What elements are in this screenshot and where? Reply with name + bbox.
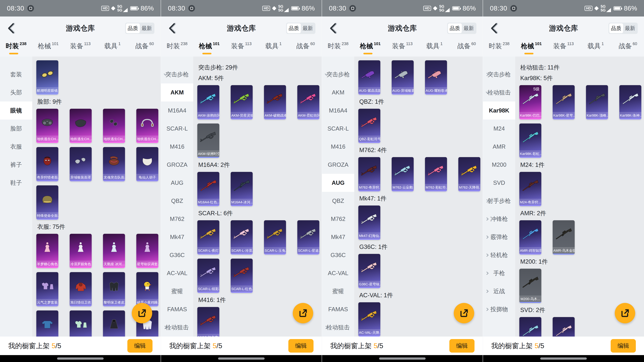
sidebar-item-AUG[interactable]: AUG <box>161 174 193 192</box>
sidebar-item-眼镜[interactable]: 眼镜 <box>0 101 32 120</box>
item-card[interactable]: SCAR-L-星途... <box>297 220 319 255</box>
share-button[interactable] <box>615 303 635 323</box>
sidebar-item-AKM[interactable]: AKM <box>161 83 193 101</box>
sidebar-item-近战[interactable]: 近战 <box>483 282 515 300</box>
item-card[interactable]: Kar98K-顶峰... <box>586 85 608 119</box>
item-card[interactable]: M762-奇异狩... <box>358 157 380 191</box>
item-card[interactable]: M200-乌木... <box>519 269 541 303</box>
item-list[interactable]: AUG-紫晶流影AUG-异域银装AUG-耀粉歌者QBZ: 1件QBZ-彩虹符号M… <box>354 56 483 337</box>
item-card[interactable]: SCAR-L-红色... <box>231 259 253 293</box>
item-card[interactable]: SCAR-L-炫彩... <box>197 259 219 293</box>
tab-时装[interactable]: 时装238 <box>161 40 193 56</box>
sidebar-item-霰弹枪[interactable]: 霰弹枪 <box>483 228 515 246</box>
sidebar-item-手枪[interactable]: 手枪 <box>483 264 515 282</box>
sort-newest-button[interactable]: 最新 <box>301 23 314 33</box>
sidebar-item-轻机枪[interactable]: 轻机枪 <box>483 246 515 264</box>
tab-载具[interactable]: 载具1 <box>258 40 290 56</box>
sidebar-item-QBZ[interactable]: QBZ <box>161 192 193 210</box>
sort-quality-button[interactable]: 品质 <box>287 23 301 33</box>
item-card[interactable]: SVD-云朵鹅 <box>519 317 541 337</box>
item-card[interactable]: 地铁逃生CH... <box>36 109 58 143</box>
item-card[interactable]: 地铁逃生CH... <box>103 109 125 143</box>
tab-枪械[interactable]: 枪械101 <box>515 40 548 56</box>
item-list[interactable]: 突击步枪: 29件AKM: 5件AKM-涂鸦街区AKM-荧星灵猫AKM-破晓战魂… <box>193 56 322 337</box>
item-card[interactable]: 龟仙人胡子 <box>136 147 158 181</box>
sidebar-item-冲锋枪[interactable]: 冲锋枪 <box>483 210 515 228</box>
item-card[interactable]: QBZ-彩虹符号 <box>358 109 380 143</box>
back-button[interactable] <box>167 22 178 34</box>
home-indicator[interactable] <box>57 358 104 360</box>
sidebar-item-蜜獾[interactable]: 蜜獾 <box>161 282 193 300</box>
item-card[interactable]: AKM-绿洲时空 <box>197 123 219 158</box>
sort-quality-button[interactable]: 品质 <box>126 23 140 33</box>
item-card[interactable]: 特殊使命全面... <box>36 185 58 220</box>
edit-button[interactable]: 编辑 <box>611 339 636 353</box>
item-card[interactable]: SVD-冷漠罗丽 <box>553 317 575 337</box>
sort-newest-button[interactable]: 最新 <box>140 23 154 33</box>
tab-战备[interactable]: 战备60 <box>290 40 322 56</box>
item-card[interactable]: AC-VAL-天降... <box>358 302 380 337</box>
sidebar-item-投掷物[interactable]: 投掷物 <box>483 300 515 318</box>
tab-枪械[interactable]: 枪械101 <box>193 40 225 56</box>
sidebar-item-突击步枪[interactable]: 突击步枪 <box>161 65 193 83</box>
item-card[interactable]: AUG-异域银装 <box>392 60 414 95</box>
home-indicator[interactable] <box>540 358 587 360</box>
item-card[interactable]: AUG-耀粉歌者 <box>425 60 447 95</box>
tab-战备[interactable]: 战备60 <box>612 40 644 56</box>
item-card[interactable]: AUG-紫晶流影 <box>358 60 380 95</box>
sidebar-item-衣服[interactable]: 衣服 <box>0 138 32 156</box>
item-card[interactable]: 羊梦糖心角色 <box>36 234 58 268</box>
item-card[interactable]: 星穹咏叹调套... <box>136 234 158 268</box>
tab-装备[interactable]: 装备113 <box>225 40 258 56</box>
item-card[interactable]: G36C-星穹咏... <box>358 254 380 288</box>
item-card[interactable]: SCAR-L-玉兔... <box>264 220 286 255</box>
tab-装备[interactable]: 装备113 <box>386 40 418 56</box>
sidebar-item-G36C[interactable]: G36C <box>322 246 354 264</box>
item-card[interactable]: 5级Kar98K-巴巴... <box>519 85 541 119</box>
edit-button[interactable]: 编辑 <box>127 339 152 353</box>
item-card[interactable]: 弄潮海豚衣服 <box>36 311 58 337</box>
item-card[interactable]: AKM-霓虹街区 <box>297 85 319 119</box>
item-card[interactable]: SCAR-L-夜灯 <box>197 220 219 255</box>
sidebar-item-M762[interactable]: M762 <box>322 210 354 228</box>
sidebar-item-Kar98K[interactable]: Kar98K <box>483 101 515 120</box>
sidebar-item-FAMAS[interactable]: FAMAS <box>161 300 193 318</box>
item-card[interactable]: M16A4-冰河... <box>231 172 253 206</box>
sidebar-item-SVD[interactable]: SVD <box>483 174 515 192</box>
item-card[interactable]: 黎明保卫者皮... <box>103 272 125 306</box>
tab-时装[interactable]: 时装238 <box>0 40 32 56</box>
sidebar-item-裤子[interactable]: 裤子 <box>0 156 32 174</box>
sidebar-item-SCAR-L[interactable]: SCAR-L <box>161 120 193 138</box>
item-card[interactable]: Mk47-幻海仙... <box>358 206 380 240</box>
back-button[interactable] <box>489 22 500 34</box>
sidebar-item-M416[interactable]: M416 <box>161 138 193 156</box>
sidebar-item-AKM[interactable]: AKM <box>322 83 354 101</box>
item-card[interactable]: 破蛋小黄鸡睡... <box>136 272 158 306</box>
item-card[interactable]: M16A4-红色... <box>197 172 219 206</box>
share-button[interactable] <box>132 303 152 323</box>
item-card[interactable]: 奇异狩猎者大... <box>103 311 125 337</box>
item-card[interactable]: Kar98K-星穹... <box>553 85 575 119</box>
home-indicator[interactable] <box>218 358 264 360</box>
sidebar-item-栓动狙击[interactable]: 栓动狙击 <box>483 83 515 101</box>
item-list[interactable]: 栓动狙击: 11件Kar98K: 5件5级Kar98K-巴巴...Kar98K-… <box>515 56 644 337</box>
item-card[interactable]: M762-彩虹符... <box>425 157 447 191</box>
sidebar-item-GROZA[interactable]: GROZA <box>322 156 354 174</box>
sidebar-item-M24[interactable]: M24 <box>483 120 515 138</box>
item-list[interactable]: 酷潮明星眼镜脸部: 9件地铁逃生CH...地铁逃生CH...地铁逃生CH...地… <box>32 56 161 337</box>
sidebar-item-Mk47[interactable]: Mk47 <box>322 228 354 246</box>
item-card[interactable]: 地铁逃生CH... <box>136 109 158 143</box>
tab-战备[interactable]: 战备60 <box>450 40 483 56</box>
item-card[interactable]: AKM-荧星灵猫 <box>231 85 253 119</box>
back-button[interactable] <box>6 22 17 34</box>
sidebar-item-栓动狙击[interactable]: 栓动狙击 <box>322 318 354 336</box>
sidebar-item-AC-VAL[interactable]: AC-VAL <box>161 264 193 282</box>
sidebar-item-蜜獾[interactable]: 蜜獾 <box>322 282 354 300</box>
back-button[interactable] <box>328 22 339 34</box>
item-card[interactable]: M416-红色方... <box>197 307 219 337</box>
item-card[interactable]: 地铁逃生CH... <box>70 109 92 143</box>
sidebar-item-Mk47[interactable]: Mk47 <box>161 228 193 246</box>
tab-载具[interactable]: 载具1 <box>418 40 450 56</box>
tab-战备[interactable]: 战备60 <box>128 40 161 56</box>
sidebar-item-套装[interactable]: 套装 <box>0 65 32 83</box>
